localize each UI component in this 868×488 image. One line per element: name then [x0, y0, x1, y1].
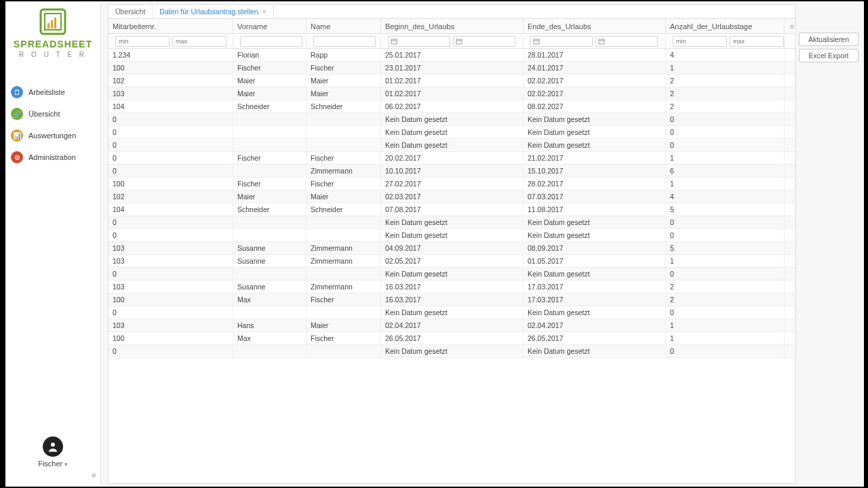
table-row[interactable]: 103SusanneZimmermann02.05.201701.05.2017… [108, 255, 795, 268]
cell-spacer [785, 190, 795, 203]
cell-days: 0 [666, 139, 785, 151]
cell-begin: 25.01.2017 [381, 49, 524, 61]
cell-vor: Susanne [233, 281, 307, 293]
cell-end: 01.05.2017 [524, 255, 666, 267]
cell-vor: Fischer [233, 178, 307, 190]
column-header-name[interactable]: Name [307, 19, 381, 33]
table-row[interactable]: 102MaierMaier01.02.201702.02.20172 [108, 75, 795, 87]
table-row[interactable]: 0Kein Datum gesetztKein Datum gesetzt0 [108, 306, 795, 319]
grid-filter-row [108, 34, 795, 49]
table-row[interactable]: 0Zimmermann10.10.201715.10.20176 [108, 165, 795, 178]
filter-cell-vor [233, 36, 307, 47]
table-row[interactable]: 104SchneiderSchneider06.02.201708.02.202… [108, 100, 795, 113]
cell-spacer [785, 255, 795, 267]
cell-vor: Susanne [233, 255, 307, 267]
table-row[interactable]: 1.234FlorianRapp25.01.201728.01.20174 [108, 49, 795, 62]
cell-begin: Kein Datum gesetzt [381, 139, 524, 151]
table-row[interactable]: 0Kein Datum gesetztKein Datum gesetzt0 [108, 229, 795, 242]
cell-end: 24.01.2017 [524, 62, 666, 74]
column-header-days[interactable]: Anzahl_der_Urlaubstage [666, 19, 785, 33]
column-header-begin[interactable]: Beginn_des_Urlaubs [381, 19, 524, 33]
table-row[interactable]: 103SusanneZimmermann04.09.201708.09.2017… [108, 242, 795, 255]
filter-days-max[interactable] [730, 36, 784, 47]
filter-vor[interactable] [240, 36, 302, 47]
cell-days: 1 [666, 152, 785, 164]
cell-nr: 103 [108, 319, 233, 331]
sidebar-item-auswertungen[interactable]: 📊Auswertungen [5, 125, 100, 146]
cell-end: 26.05.2017 [524, 332, 666, 344]
cell-nr: 103 [108, 255, 233, 267]
filter-end-to[interactable] [595, 36, 658, 47]
table-row[interactable]: 0FischerFischer20.02.201721.02.20171 [108, 152, 795, 165]
table-row[interactable]: 103HansMaier02.04.201702.04.20171 [108, 319, 795, 332]
sidebar-item-übersicht[interactable]: 🔗Übersicht [5, 103, 100, 125]
filter-name[interactable] [313, 36, 376, 47]
table-row[interactable]: 0Kein Datum gesetztKein Datum gesetzt0 [108, 216, 795, 229]
cell-days: 0 [666, 229, 785, 241]
filter-begin-to[interactable] [453, 36, 515, 47]
cell-spacer [785, 49, 795, 61]
filter-nr-max[interactable] [172, 36, 226, 47]
collapse-sidebar-icon[interactable]: « [87, 468, 100, 483]
column-header-end[interactable]: Ende_des_Urlaubs [524, 19, 666, 33]
cell-days: 6 [666, 165, 785, 177]
cell-vor: Florian [233, 49, 307, 61]
tab-daten-für-urlaubsantrag-stellen[interactable]: Daten für Urlaubsantrag stellen× [153, 5, 274, 18]
cell-end: 08.09.2017 [524, 242, 666, 254]
cell-begin: 02.05.2017 [381, 255, 524, 267]
cell-end: 17.03.2017 [524, 281, 666, 293]
avatar-icon[interactable] [43, 436, 63, 457]
svg-rect-4 [54, 18, 56, 28]
filter-nr-min[interactable] [115, 36, 170, 47]
table-row[interactable]: 103SusanneZimmermann16.03.201717.03.2017… [108, 281, 795, 293]
cell-vor: Max [233, 332, 307, 344]
cell-vor [233, 139, 307, 151]
cell-spacer [785, 203, 795, 216]
excel-export-button[interactable]: Excel Export [799, 49, 859, 62]
table-row[interactable]: 0Kein Datum gesetztKein Datum gesetzt0 [108, 345, 795, 358]
table-row[interactable]: 102MaierMaier02.03.201707.03.20174 [108, 190, 795, 203]
cell-nr: 0 [108, 126, 233, 138]
table-row[interactable]: 0Kein Datum gesetztKein Datum gesetzt0 [108, 268, 795, 281]
table-row[interactable]: 100FischerFischer23.01.201724.01.20171 [108, 62, 795, 75]
cell-vor: Susanne [233, 242, 307, 254]
cell-vor: Maier [233, 190, 307, 203]
cell-nr: 0 [108, 139, 233, 151]
table-row[interactable]: 100MaxFischer26.05.201726.05.20171 [108, 332, 795, 345]
column-header-vor[interactable]: Vorname [233, 19, 307, 33]
filter-begin-from[interactable] [388, 36, 450, 47]
svg-rect-2 [47, 23, 50, 28]
cell-nr: 103 [108, 242, 233, 254]
table-row[interactable]: 100MaxFischer16.03.201717.03.20172 [108, 293, 795, 306]
cell-spacer [785, 87, 795, 100]
table-row[interactable]: 103MaierMaier01.02.201702.02.20172 [108, 87, 795, 100]
table-row[interactable]: 0Kein Datum gesetztKein Datum gesetzt0 [108, 126, 795, 139]
cell-nr: 100 [108, 293, 233, 306]
cell-nr: 1.234 [108, 49, 233, 61]
cell-spacer [785, 152, 795, 164]
cell-name [307, 126, 381, 138]
tab-übersicht[interactable]: Übersicht [108, 5, 153, 18]
refresh-button[interactable]: Aktualisieren [799, 33, 859, 46]
cell-begin: 07.08.2017 [381, 203, 524, 216]
column-header-nr[interactable]: Mitarbeiternr. [108, 19, 233, 33]
cell-nr: 100 [108, 178, 233, 190]
cell-days: 5 [666, 242, 785, 254]
table-row[interactable]: 104SchneiderSchneider07.08.201711.08.201… [108, 203, 795, 216]
table-row[interactable]: 0Kein Datum gesetztKein Datum gesetzt0 [108, 113, 795, 126]
sidebar-item-arbeitsliste[interactable]: 🗒Arbeitsliste [5, 81, 100, 103]
table-row[interactable]: 100FischerFischer27.02.201728.02.20171 [108, 178, 795, 190]
user-menu[interactable]: Fischer [38, 460, 68, 468]
close-icon[interactable]: × [262, 7, 267, 16]
table-row[interactable]: 0Kein Datum gesetztKein Datum gesetzt0 [108, 139, 795, 152]
cell-days: 0 [666, 126, 785, 138]
cell-vor [233, 126, 307, 138]
column-menu-icon[interactable]: ≡ [785, 19, 795, 33]
tab-label: Übersicht [115, 7, 145, 16]
sidebar-item-administration[interactable]: ⚙Administration [5, 146, 100, 168]
cell-spacer [785, 100, 795, 113]
cell-end: 07.03.2017 [524, 190, 666, 203]
cell-end: 28.01.2017 [524, 49, 666, 61]
filter-days-min[interactable] [673, 36, 727, 47]
filter-end-from[interactable] [530, 36, 593, 47]
